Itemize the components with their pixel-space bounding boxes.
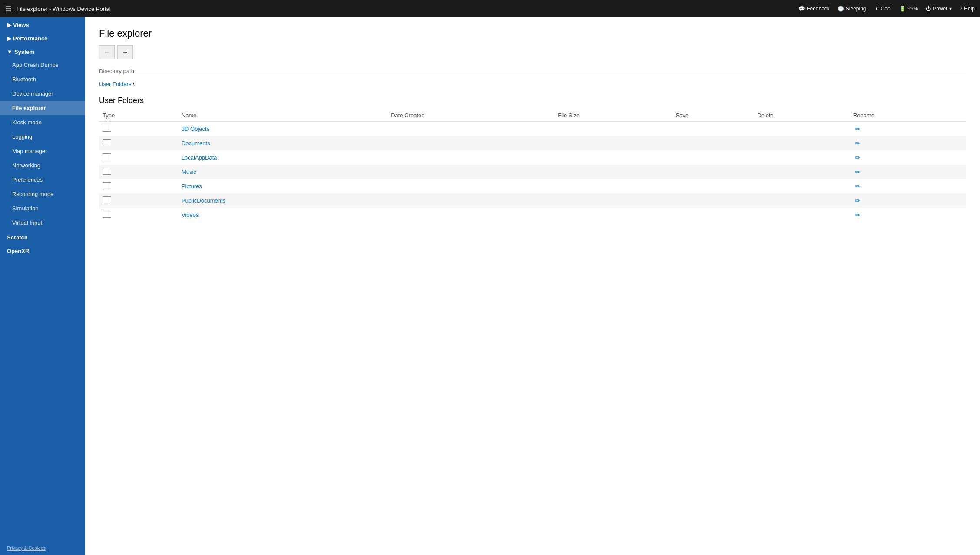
sleeping-label: Sleeping xyxy=(846,6,866,12)
cell-type-local-app-data xyxy=(99,150,178,165)
views-expand-icon: ▶ xyxy=(7,22,11,28)
folder-link-pictures[interactable]: Pictures xyxy=(182,183,202,189)
sidebar-item-openxr[interactable]: OpenXR xyxy=(0,243,85,257)
table-row: 3D Objects✏ xyxy=(99,122,966,136)
table-header-row: Type Name Date Created File Size Save De… xyxy=(99,110,966,122)
user-folders-link[interactable]: User Folders xyxy=(99,81,131,87)
rename-button-pictures[interactable]: ✏ xyxy=(853,183,862,190)
rename-button-music[interactable]: ✏ xyxy=(853,168,862,176)
cell-size-pictures xyxy=(554,179,672,193)
col-file-size: File Size xyxy=(554,110,672,122)
feedback-button[interactable]: 💬 Feedback xyxy=(798,6,830,12)
power-icon: ⏻ xyxy=(926,6,931,12)
cell-delete-music xyxy=(754,165,850,179)
cell-delete-videos xyxy=(754,208,850,222)
rename-button-3d-objects[interactable]: ✏ xyxy=(853,125,862,133)
sidebar-item-file-explorer[interactable]: File explorer xyxy=(0,101,85,115)
folder-link-documents[interactable]: Documents xyxy=(182,140,210,146)
table-row: LocalAppData✏ xyxy=(99,150,966,165)
feedback-icon: 💬 xyxy=(798,6,805,12)
folder-icon xyxy=(103,168,111,175)
rename-button-videos[interactable]: ✏ xyxy=(853,211,862,219)
folder-icon xyxy=(103,125,111,132)
sidebar-group-views-label: Views xyxy=(13,22,29,28)
cell-size-videos xyxy=(554,208,672,222)
folder-icon xyxy=(103,139,111,146)
rename-button-local-app-data[interactable]: ✏ xyxy=(853,154,862,162)
table-row: Videos✏ xyxy=(99,208,966,222)
sidebar-item-recording-mode[interactable]: Recording mode xyxy=(0,187,85,201)
titlebar: ☰ File explorer - Windows Device Portal … xyxy=(0,0,980,17)
file-table: Type Name Date Created File Size Save De… xyxy=(99,110,966,222)
col-date-created: Date Created xyxy=(387,110,554,122)
status-bar: 💬 Feedback 🕐 Sleeping 🌡 Cool 🔋 99% ⏻ Pow… xyxy=(798,6,975,12)
performance-expand-icon: ▶ xyxy=(7,35,11,42)
battery-icon: 🔋 xyxy=(899,6,906,12)
folder-link-3d-objects[interactable]: 3D Objects xyxy=(182,126,209,132)
directory-path-row: User Folders \ xyxy=(99,81,966,87)
sidebar-item-virtual-input[interactable]: Virtual Input xyxy=(0,216,85,230)
cell-type-music xyxy=(99,165,178,179)
power-label: Power ▾ xyxy=(933,6,951,12)
sidebar-collapse-button[interactable]: ◀ xyxy=(83,22,85,34)
temperature-icon: 🌡 xyxy=(874,6,879,12)
table-row: Pictures✏ xyxy=(99,179,966,193)
folder-icon xyxy=(103,211,111,218)
main-layout: ◀ ▶ Views ▶ Performance ▼ System App Cra… xyxy=(0,17,980,555)
sidebar-item-logging[interactable]: Logging xyxy=(0,130,85,144)
sidebar: ◀ ▶ Views ▶ Performance ▼ System App Cra… xyxy=(0,17,85,555)
sleeping-icon: 🕐 xyxy=(838,6,844,12)
sidebar-item-app-crash-dumps[interactable]: App Crash Dumps xyxy=(0,58,85,72)
folder-link-public-documents[interactable]: PublicDocuments xyxy=(182,197,225,204)
cell-size-local-app-data xyxy=(554,150,672,165)
sidebar-group-views[interactable]: ▶ Views xyxy=(0,17,85,31)
sidebar-item-networking[interactable]: Networking xyxy=(0,158,85,173)
sidebar-item-device-manager[interactable]: Device manager xyxy=(0,86,85,101)
folder-link-videos[interactable]: Videos xyxy=(182,212,199,218)
sidebar-item-scratch[interactable]: Scratch xyxy=(0,230,85,243)
cell-date-local-app-data xyxy=(387,150,554,165)
temperature-status: 🌡 Cool xyxy=(874,6,892,12)
help-icon: ? xyxy=(960,6,963,12)
cell-type-public-documents xyxy=(99,193,178,208)
page-title: File explorer xyxy=(99,28,966,39)
sidebar-item-kiosk-mode[interactable]: Kiosk mode xyxy=(0,115,85,130)
cell-name-local-app-data: LocalAppData xyxy=(178,150,387,165)
power-button[interactable]: ⏻ Power ▾ xyxy=(926,6,951,12)
cell-save-videos xyxy=(672,208,754,222)
cell-size-3d-objects xyxy=(554,122,672,136)
cell-name-pictures: Pictures xyxy=(178,179,387,193)
sidebar-group-system[interactable]: ▼ System xyxy=(0,44,85,58)
rename-button-documents[interactable]: ✏ xyxy=(853,140,862,147)
sidebar-item-preferences[interactable]: Preferences xyxy=(0,173,85,187)
folder-link-music[interactable]: Music xyxy=(182,169,196,175)
cell-size-music xyxy=(554,165,672,179)
folder-link-local-app-data[interactable]: LocalAppData xyxy=(182,154,217,161)
content-area: File explorer ← → Directory path User Fo… xyxy=(85,17,980,555)
sleeping-status[interactable]: 🕐 Sleeping xyxy=(838,6,866,12)
battery-status: 🔋 99% xyxy=(899,6,918,12)
help-button[interactable]: ? Help xyxy=(960,6,975,12)
rename-button-public-documents[interactable]: ✏ xyxy=(853,197,862,205)
openxr-label: OpenXR xyxy=(7,248,29,254)
cell-rename-music: ✏ xyxy=(850,165,966,179)
cell-date-videos xyxy=(387,208,554,222)
window-title: File explorer - Windows Device Portal xyxy=(17,6,798,12)
hamburger-menu[interactable]: ☰ xyxy=(5,5,11,13)
sidebar-item-map-manager[interactable]: Map manager xyxy=(0,144,85,158)
cell-delete-public-documents xyxy=(754,193,850,208)
forward-button[interactable]: → xyxy=(117,45,133,59)
sidebar-group-performance[interactable]: ▶ Performance xyxy=(0,31,85,44)
table-row: Music✏ xyxy=(99,165,966,179)
back-button[interactable]: ← xyxy=(99,45,115,59)
privacy-cookies-link[interactable]: Privacy & Cookies xyxy=(0,541,85,555)
cell-save-local-app-data xyxy=(672,150,754,165)
sidebar-item-bluetooth[interactable]: Bluetooth xyxy=(0,72,85,86)
cell-date-music xyxy=(387,165,554,179)
scratch-label: Scratch xyxy=(7,234,28,241)
cell-delete-3d-objects xyxy=(754,122,850,136)
cell-rename-documents: ✏ xyxy=(850,136,966,150)
directory-separator: \ xyxy=(131,81,134,87)
sidebar-item-simulation[interactable]: Simulation xyxy=(0,201,85,216)
cell-rename-local-app-data: ✏ xyxy=(850,150,966,165)
